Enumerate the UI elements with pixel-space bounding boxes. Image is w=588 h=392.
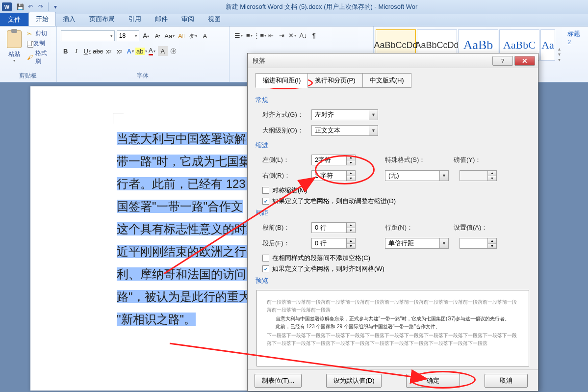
dialog-help-button[interactable]: ? — [492, 56, 513, 66]
snap-grid-label: 如果定义了文档网格，则对齐到网格(W) — [272, 264, 384, 273]
special-combo[interactable]: (无)▼ — [385, 170, 449, 181]
grow-font-icon[interactable]: A▴ — [141, 31, 151, 41]
format-painter-button[interactable]: 🖌格式刷 — [27, 49, 52, 66]
section-general: 常规 — [256, 96, 530, 105]
clipboard-group: 粘贴 ▾ ✂剪切 复制 🖌格式刷 剪贴板 — [0, 26, 57, 82]
tab-home[interactable]: 开始 — [28, 12, 56, 26]
after-label: 段后(F)： — [262, 239, 311, 248]
decrease-indent-icon[interactable]: ⇤ — [266, 30, 276, 40]
alignment-label: 对齐方式(G)： — [262, 110, 311, 119]
show-marks-icon[interactable]: ¶ — [309, 30, 319, 40]
style-heading3[interactable]: Aa — [540, 29, 555, 61]
line-spacing-label: 行距(N)： — [385, 223, 434, 232]
snap-grid-checkbox[interactable]: ✔ — [262, 265, 269, 272]
sort-icon[interactable]: A↓ — [298, 30, 308, 40]
tab-line-page[interactable]: 换行和分页(P) — [307, 73, 362, 88]
word-app-icon: W — [2, 2, 12, 11]
dialog-close-button[interactable]: ✕ — [514, 56, 535, 66]
clear-format-icon[interactable]: A⃠ — [177, 31, 186, 41]
margin-corner-mark — [113, 113, 124, 124]
ok-button[interactable]: 确定 — [406, 374, 460, 388]
section-preview: 预览 — [256, 276, 530, 285]
quick-access-toolbar: 💾 ↶ ↷ ▾ — [16, 2, 60, 11]
no-space-label: 在相同样式的段落间不添加空格(C) — [272, 254, 370, 262]
font-color-icon[interactable]: A — [147, 46, 157, 56]
increase-indent-icon[interactable]: ⇥ — [277, 30, 286, 40]
subscript-button[interactable]: x2 — [104, 46, 114, 56]
preview-box: 前一段落前一段落前一段落前一段落前一段落前一段落前一段落前一段落前一段落前一段落… — [256, 290, 529, 366]
ribbon-tabs: 文件 开始 插入 页面布局 引用 邮件 审阅 视图 — [0, 14, 588, 26]
set-default-button[interactable]: 设为默认值(D) — [326, 374, 382, 388]
tab-insert[interactable]: 插入 — [56, 12, 82, 26]
outline-combo[interactable]: 正文文本▼ — [311, 125, 378, 136]
left-indent-spinner[interactable]: 2字符▲▼ — [311, 155, 356, 165]
right-indent-spinner[interactable]: 2 字符▲▼ — [311, 170, 356, 181]
right-indent-label: 右侧(R)： — [262, 171, 311, 180]
font-name-combo[interactable] — [61, 30, 115, 41]
shrink-font-icon[interactable]: A▾ — [153, 31, 163, 41]
font-group-label: 字体 — [61, 71, 225, 81]
tab-indent-spacing[interactable]: 缩进和间距(I) — [256, 73, 308, 88]
font-size-combo[interactable]: 18 — [117, 30, 139, 41]
special-label: 特殊格式(S)： — [385, 156, 434, 164]
no-space-checkbox[interactable] — [262, 255, 269, 261]
clipboard-group-label: 剪贴板 — [4, 71, 52, 81]
undo-icon[interactable]: ↶ — [26, 2, 35, 11]
styles-more[interactable]: ▴▾▾ — [556, 29, 562, 79]
enclose-char-icon[interactable]: ㊥ — [169, 46, 179, 56]
auto-adjust-label: 如果定义了文档网格，则自动调整右缩进(D) — [272, 197, 396, 206]
dialog-titlebar[interactable]: 段落 ? ✕ — [248, 53, 538, 68]
at-label: 设置值(A)： — [454, 223, 487, 232]
superscript-button[interactable]: x2 — [115, 46, 125, 56]
multilevel-icon[interactable]: ⋮≡ — [255, 30, 265, 40]
paste-button[interactable]: 粘贴 ▾ — [4, 28, 25, 71]
char-shading-icon[interactable]: A — [158, 46, 168, 56]
tab-review[interactable]: 审阅 — [175, 12, 201, 26]
before-spinner[interactable]: 0 行▲▼ — [311, 222, 356, 233]
phonetic-guide-icon[interactable]: 变 — [188, 31, 198, 41]
cancel-button[interactable]: 取消 — [485, 374, 528, 388]
change-case-icon[interactable]: Aa — [165, 31, 175, 41]
underline-button[interactable]: U — [82, 46, 92, 56]
strike-button[interactable]: abc — [93, 46, 103, 56]
highlight-icon[interactable]: ab — [136, 46, 146, 56]
mirror-indent-label: 对称缩进(M) — [272, 186, 307, 195]
section-indent: 缩进 — [256, 141, 530, 150]
redo-icon[interactable]: ↷ — [36, 2, 45, 11]
dialog-body: 缩进和间距(I) 换行和分页(P) 中文版式(H) 常规 对齐方式(G)： 左对… — [248, 68, 538, 376]
tab-mailings[interactable]: 邮件 — [148, 12, 175, 26]
copy-button[interactable]: 复制 — [27, 39, 52, 48]
paste-label: 粘贴 — [8, 50, 20, 58]
text-effects-icon[interactable]: A — [126, 46, 135, 56]
dialog-title: 段落 — [251, 56, 491, 65]
save-icon[interactable]: 💾 — [16, 2, 25, 11]
by-label: 磅值(Y)： — [454, 156, 481, 164]
by-spinner[interactable]: ▲▼ — [460, 170, 497, 181]
tabs-button[interactable]: 制表位(T)... — [255, 374, 302, 388]
numbering-icon[interactable]: ≡ — [244, 30, 254, 40]
font-group: 18 A▴ A▾ Aa A⃠ 变 A B I U abc x2 x2 A ab … — [57, 26, 230, 82]
style-label-heading2: 标题 2 — [564, 26, 588, 82]
window-title: 新建 Microsoft Word 文档 (5).docx (用户上次保存的) … — [60, 2, 588, 11]
tab-view[interactable]: 视图 — [201, 12, 228, 26]
char-border-icon[interactable]: A — [200, 31, 210, 41]
alignment-combo[interactable]: 左对齐▼ — [311, 109, 378, 120]
after-spinner[interactable]: 0 行▲▼ — [311, 238, 356, 249]
cut-button[interactable]: ✂剪切 — [27, 29, 52, 38]
line-spacing-combo[interactable]: 单倍行距▼ — [385, 238, 449, 249]
auto-adjust-checkbox[interactable]: ✔ — [262, 198, 269, 205]
qat-customize-icon[interactable]: ▾ — [51, 2, 60, 11]
tab-chinese-layout[interactable]: 中文版式(H) — [362, 73, 411, 88]
tab-references[interactable]: 引用 — [122, 12, 148, 26]
asian-layout-icon[interactable]: ✕ — [287, 30, 297, 40]
at-spinner[interactable]: ▲▼ — [460, 238, 497, 249]
bullets-icon[interactable]: ☰ — [233, 30, 243, 40]
mirror-indent-checkbox[interactable] — [262, 187, 269, 194]
file-tab[interactable]: 文件 — [0, 13, 28, 26]
italic-button[interactable]: I — [72, 46, 81, 56]
section-spacing: 间距 — [256, 209, 530, 217]
outline-label: 大纲级别(O)： — [262, 126, 311, 135]
tab-layout[interactable]: 页面布局 — [82, 12, 122, 26]
bold-button[interactable]: B — [61, 46, 71, 56]
dialog-tabs: 缩进和间距(I) 换行和分页(P) 中文版式(H) — [256, 73, 530, 88]
